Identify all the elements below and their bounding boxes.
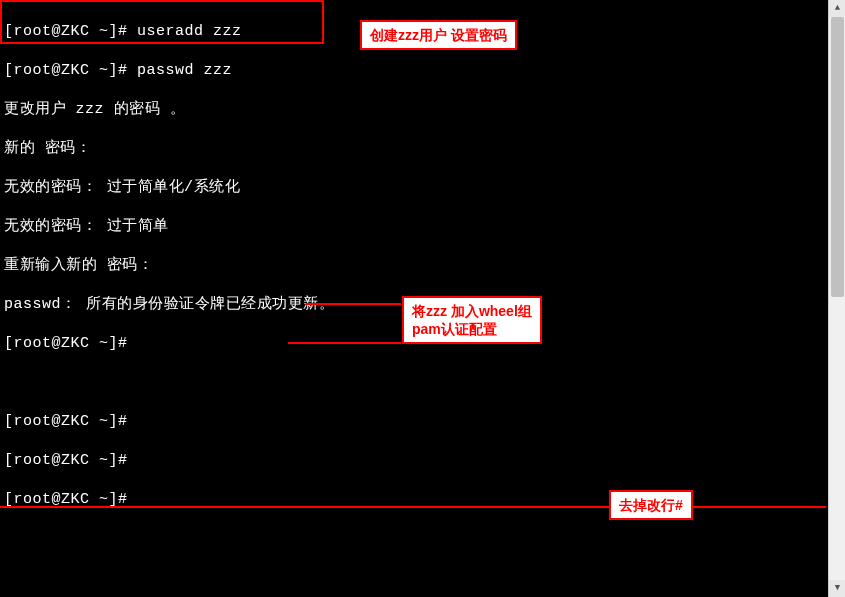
scroll-thumb[interactable] <box>831 17 844 297</box>
terminal-line: [root@ZKC ~]# <box>4 490 841 510</box>
blank-line <box>4 373 841 393</box>
scroll-down-button[interactable]: ▼ <box>829 580 845 597</box>
blank-line <box>4 529 841 549</box>
terminal-line: [root@ZKC ~]# <box>4 334 841 354</box>
terminal-output: [root@ZKC ~]# useradd zzz [root@ZKC ~]# … <box>0 0 845 597</box>
terminal-line: 无效的密码： 过于简单 <box>4 217 841 237</box>
scroll-up-button[interactable]: ▲ <box>829 0 845 17</box>
terminal-line: 重新输入新的 密码： <box>4 256 841 276</box>
terminal-line: 新的 密码： <box>4 139 841 159</box>
terminal-line: [root@ZKC ~]# useradd zzz <box>4 22 841 42</box>
terminal-line: passwd： 所有的身份验证令牌已经成功更新。 <box>4 295 841 315</box>
terminal-line: [root@ZKC ~]# passwd zzz <box>4 61 841 81</box>
blank-line <box>4 568 841 588</box>
vertical-scrollbar[interactable]: ▲ ▼ <box>828 0 845 597</box>
cmd-useradd: useradd zzz <box>137 23 242 40</box>
terminal-line: 更改用户 zzz 的密码 。 <box>4 100 841 120</box>
terminal-line: [root@ZKC ~]# <box>4 451 841 471</box>
terminal-line: 无效的密码： 过于简单化/系统化 <box>4 178 841 198</box>
terminal-line: [root@ZKC ~]# <box>4 412 841 432</box>
cmd-passwd: passwd zzz <box>137 62 232 79</box>
